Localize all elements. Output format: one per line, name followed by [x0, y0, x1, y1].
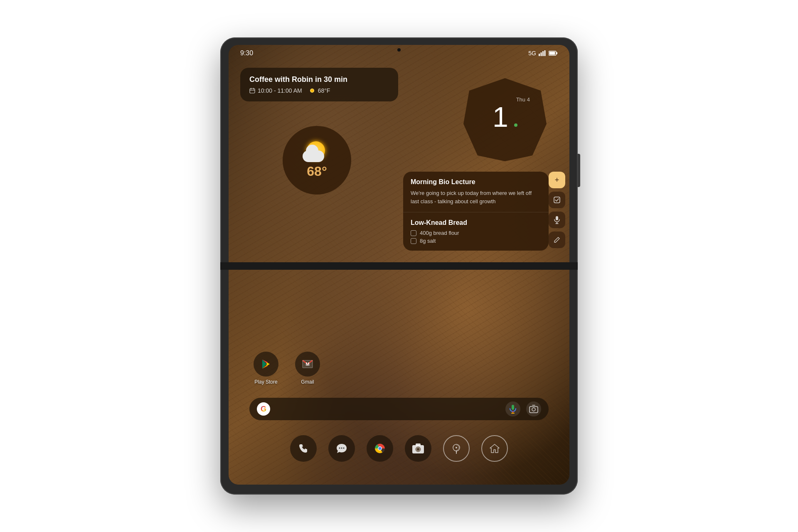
svg-point-24 — [339, 448, 340, 449]
dock-maps-button[interactable] — [443, 435, 470, 462]
checklist-item-salt: 8g salt — [411, 238, 541, 244]
svg-rect-14 — [556, 216, 558, 220]
notes-check-button[interactable] — [549, 192, 565, 208]
notes-bread-checklist: 400g bread flour 8g salt — [411, 230, 541, 244]
svg-rect-7 — [250, 89, 255, 93]
status-icons: 5G — [528, 50, 558, 57]
svg-rect-3 — [544, 50, 546, 56]
svg-rect-6 — [549, 52, 555, 55]
svg-rect-5 — [557, 52, 558, 54]
maps-icon — [451, 443, 462, 454]
notification-time: 10:00 - 11:00 AM — [249, 87, 302, 94]
notes-item-lecture: Morning Bio Lecture We're going to pick … — [403, 172, 549, 212]
notes-add-button[interactable]: + — [549, 172, 565, 188]
playstore-icon — [260, 358, 272, 370]
google-g-logo: G — [257, 402, 270, 416]
dock-home-button[interactable] — [481, 435, 508, 462]
battery-icon — [549, 51, 558, 56]
dock — [290, 435, 508, 462]
notes-bread-title: Low-Knead Bread — [411, 219, 541, 227]
weather-widget[interactable]: 68° — [283, 126, 351, 195]
gmail-label: Gmail — [301, 379, 314, 385]
signal-icon — [539, 50, 546, 56]
dock-chrome-button[interactable] — [367, 435, 393, 462]
cloud-icon — [303, 150, 324, 162]
status-time: 9:30 — [240, 49, 253, 57]
playstore-icon-bg — [254, 352, 278, 377]
mic-icon — [554, 216, 560, 224]
dock-messages-button[interactable] — [328, 435, 355, 462]
weather-icon — [303, 141, 332, 162]
svg-rect-13 — [554, 197, 560, 203]
app-icon-playstore[interactable]: Play Store — [254, 352, 278, 385]
sun-small-icon — [309, 87, 315, 94]
svg-rect-2 — [542, 51, 544, 56]
status-bar: 9:30 5G — [229, 45, 569, 62]
svg-point-35 — [456, 447, 457, 448]
notes-edit-button[interactable] — [549, 232, 565, 248]
notes-actions: + — [549, 172, 565, 248]
svg-point-23 — [532, 408, 535, 411]
camera-notch — [397, 48, 401, 52]
gmail-icon-bg: M — [295, 352, 320, 377]
chrome-icon — [374, 442, 386, 455]
notification-weather: 68°F — [309, 87, 330, 94]
home-icon — [489, 443, 500, 454]
camera-icon — [412, 443, 424, 454]
notes-lecture-body: We're going to pick up today from where … — [411, 189, 541, 205]
notes-widget[interactable]: Morning Bio Lecture We're going to pick … — [403, 172, 549, 251]
phone-device: 9:30 5G Coffee with Robin — [220, 37, 578, 495]
notes-lecture-title: Morning Bio Lecture — [411, 178, 541, 186]
dock-phone-button[interactable] — [290, 435, 317, 462]
svg-point-26 — [343, 448, 345, 449]
edit-icon — [554, 236, 560, 243]
svg-rect-0 — [539, 54, 540, 56]
app-icons-row: Play Store M Gmail — [254, 352, 320, 385]
svg-rect-19 — [512, 405, 514, 410]
dock-camera-button[interactable] — [405, 435, 431, 462]
notification-title: Coffee with Robin in 30 min — [249, 75, 389, 84]
clock-dot — [514, 123, 517, 127]
svg-point-25 — [341, 448, 342, 449]
clock-widget[interactable]: Thu 4 1 — [463, 78, 547, 161]
voice-search-button[interactable] — [505, 401, 520, 416]
phone-hinge — [220, 262, 578, 270]
app-icon-gmail[interactable]: M Gmail — [295, 352, 320, 385]
clock-date: Thu 4 — [516, 96, 530, 103]
search-action-icons — [505, 401, 541, 416]
microphone-icon — [509, 404, 517, 414]
lens-search-button[interactable] — [526, 401, 541, 416]
network-label: 5G — [528, 50, 536, 57]
phone-icon — [298, 443, 309, 454]
notes-mic-button[interactable] — [549, 212, 565, 228]
calendar-icon — [249, 88, 255, 94]
messages-icon — [335, 443, 348, 454]
svg-text:M: M — [305, 362, 309, 367]
notes-item-bread: Low-Knead Bread 400g bread flour 8g salt — [403, 212, 549, 251]
side-button[interactable] — [578, 154, 580, 187]
clock-time: 1 — [493, 103, 508, 131]
checklist-item-flour: 400g bread flour — [411, 230, 541, 236]
svg-rect-33 — [416, 443, 421, 446]
svg-rect-1 — [541, 52, 542, 56]
notification-meta: 10:00 - 11:00 AM 68°F — [249, 87, 389, 94]
checkbox-salt — [411, 238, 416, 244]
weather-temperature: 68° — [307, 164, 327, 179]
search-bar[interactable]: G — [249, 398, 549, 420]
svg-point-29 — [379, 447, 382, 450]
svg-point-12 — [311, 89, 313, 92]
notification-card[interactable]: Coffee with Robin in 30 min 10:00 - 11:0… — [240, 68, 398, 101]
checkbox-flour — [411, 230, 416, 236]
playstore-label: Play Store — [254, 379, 277, 385]
checkmark-icon — [553, 196, 561, 204]
svg-point-32 — [417, 448, 419, 451]
camera-search-icon — [529, 405, 538, 413]
gmail-icon: M — [302, 360, 313, 369]
